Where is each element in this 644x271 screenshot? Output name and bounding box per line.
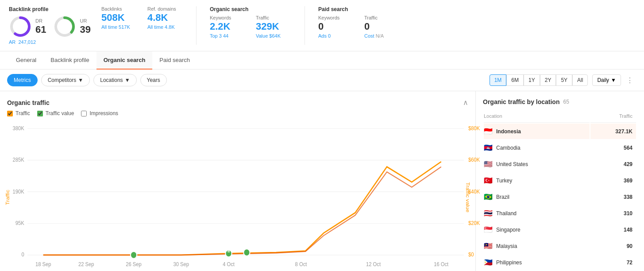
x-label-12oct: 12 Oct [366,261,381,268]
traffic-value-line [43,167,441,255]
competitors-button[interactable]: Competitors ▼ [41,74,90,86]
backlinks-label: Backlinks [101,6,137,12]
traffic-value: 369 [590,173,636,188]
y-value-0: $0 [468,252,474,258]
country-name: Brazil [496,194,509,200]
paid-traffic-value: 0 [364,21,400,32]
y-label-285k: 285K [13,156,24,163]
time-1y[interactable]: 1Y [524,74,540,86]
locations-label: Locations [100,77,123,83]
value-axis-label: Traffic value [465,182,470,213]
main-content: Organic traffic ∧ Traffic Traffic value … [0,91,644,271]
location-count: 65 [563,99,569,105]
section-label: Backlink profile DR 61 [9,6,91,45]
country-cell: 🇺🇸United States [484,156,590,172]
y-label-380k: 380K [13,125,24,132]
x-label-30sep: 30 Sep [174,261,189,268]
backlink-profile-title: Backlink profile [9,6,91,12]
y-label-190k: 190K [13,188,24,195]
impressions-checkbox-input[interactable] [81,111,87,116]
tab-organic-search[interactable]: Organic search [96,51,153,70]
paid-traffic-label: Traffic [364,15,400,20]
ar-info: AR 247,012 [9,39,91,45]
traffic-line [43,162,441,255]
organic-search-title: Organic search [210,6,291,12]
table-row[interactable]: 🇮🇩Indonesia327.1K [484,124,636,139]
competitors-arrow-icon: ▼ [78,77,83,83]
impressions-checkbox[interactable]: Impressions [81,110,118,116]
top3-info: Top 3 44 [210,33,245,39]
table-row[interactable]: 🇰🇭Cambodia564 [484,140,636,155]
traffic-value: 310 [590,205,636,221]
country-cell: 🇰🇭Cambodia [484,140,590,155]
country-cell: 🇮🇩Indonesia [484,124,590,139]
country-name: United States [496,161,528,167]
chart-title: Organic traffic [7,99,50,106]
time-2y[interactable]: 2Y [540,74,556,86]
time-1m[interactable]: 1M [490,74,507,86]
x-label-16oct: 16 Oct [434,261,449,268]
daily-button[interactable]: Daily ▼ [592,74,621,86]
daily-arrow-icon: ▼ [611,77,616,83]
tab-backlink-profile[interactable]: Backlink profile [43,51,96,70]
table-row[interactable]: 🇺🇸United States429 [484,156,636,172]
country-flag: 🇰🇭 [484,143,493,152]
traffic-value-checkbox[interactable]: Traffic value [37,110,74,116]
right-panel-title: Organic traffic by location 65 [483,98,637,105]
time-controls: 1M 6M 1Y 2Y 5Y All Daily ▼ ⋮ [490,74,637,86]
more-options-button[interactable]: ⋮ [623,74,637,86]
traffic-value-checkbox-input[interactable] [37,111,43,116]
country-cell: 🇸🇬Singapore [484,222,590,237]
collapse-button[interactable]: ∧ [463,98,468,107]
x-label-26sep: 26 Sep [126,261,142,268]
traffic-value: 338 [590,189,636,205]
ar-value: 247,012 [18,39,36,45]
table-row[interactable]: 🇸🇬Singapore148 [484,222,636,237]
dr-ring [9,15,32,38]
organic-keywords-stat: Keywords 2.2K Top 3 44 [210,15,245,39]
chart-legend: Traffic Traffic value Impressions [7,110,468,116]
tab-paid-search[interactable]: Paid search [152,51,197,70]
ur-ring [53,15,76,38]
chart-svg-container: 380K 285K 190K 95K 0 Traffic $80K $60K $… [7,121,468,271]
dr-value: 61 [35,24,46,35]
country-name: Singapore [496,227,521,233]
country-flag: 🇲🇾 [484,242,493,250]
traffic-checkbox[interactable]: Traffic [7,110,30,116]
table-row[interactable]: 🇧🇷Brazil338 [484,189,636,205]
metrics-button[interactable]: Metrics [7,74,38,86]
table-row[interactable]: 🇹🇭Thailand310 [484,205,636,221]
table-row[interactable]: 🇹🇷Turkey369 [484,173,636,188]
ar-label: AR [9,39,15,45]
backlinks-stat: Backlinks 508K All time 517K [101,6,137,30]
time-6m[interactable]: 6M [506,74,524,86]
organic-traffic-value: 329K [256,21,291,32]
value-info: Value $64K [256,33,291,39]
traffic-column-header: Traffic [590,112,636,123]
country-cell: 🇹🇭Thailand [484,205,590,221]
tab-general[interactable]: General [9,51,43,70]
country-cell: 🇲🇾Malaysia [484,238,590,254]
x-label-18sep: 18 Sep [35,261,51,268]
country-flag: 🇹🇭 [484,209,493,217]
x-label-4oct: 4 Oct [223,261,235,268]
country-name: Thailand [496,210,517,217]
y-label-95k: 95K [15,220,24,226]
locations-button[interactable]: Locations ▼ [93,74,136,86]
table-row[interactable]: 🇲🇾Malaysia90 [484,238,636,254]
daily-label: Daily [597,77,609,83]
time-all[interactable]: All [572,74,588,86]
traffic-checkbox-input[interactable] [7,111,13,116]
years-button[interactable]: Years [140,74,167,86]
traffic-value: 327.1K [590,124,636,139]
x-label-8oct: 8 Oct [295,261,307,268]
country-name: Malaysia [496,243,517,249]
country-flag: 🇸🇬 [484,225,493,234]
table-row[interactable]: 🇵🇭Philippines72 [484,255,636,270]
y-label-0: 0 [22,252,25,258]
paid-search-section: Paid search Keywords 0 Ads 0 Traffic 0 C… [318,6,413,45]
organic-traffic-stat: Traffic 329K Value $64K [256,15,291,39]
time-5y[interactable]: 5Y [556,74,572,86]
chart-header: Organic traffic ∧ [7,98,468,107]
dr-label: DR [35,18,46,23]
